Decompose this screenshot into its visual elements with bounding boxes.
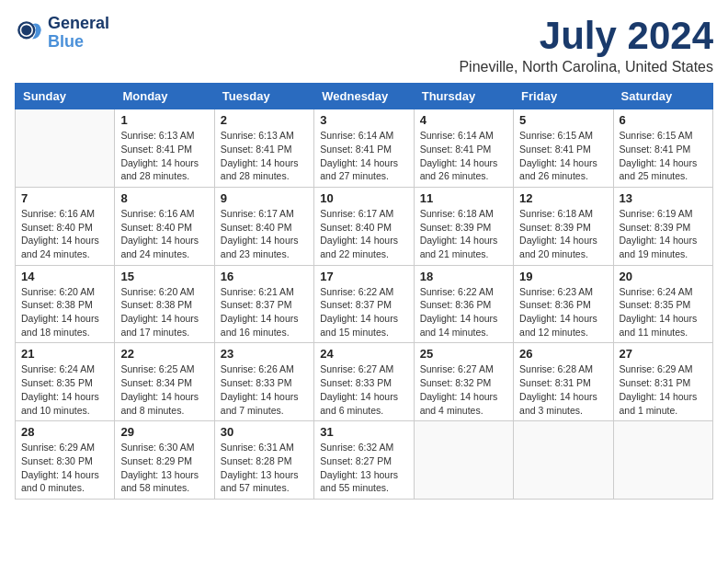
- day-cell: 13Sunrise: 6:19 AM Sunset: 8:39 PM Dayli…: [613, 187, 712, 265]
- day-number: 2: [221, 113, 308, 127]
- day-info: Sunrise: 6:18 AM Sunset: 8:39 PM Dayligh…: [519, 207, 607, 261]
- day-info: Sunrise: 6:16 AM Sunset: 8:40 PM Dayligh…: [21, 207, 108, 261]
- day-cell: 30Sunrise: 6:31 AM Sunset: 8:28 PM Dayli…: [214, 421, 313, 500]
- day-number: 4: [420, 113, 507, 127]
- day-info: Sunrise: 6:26 AM Sunset: 8:33 PM Dayligh…: [221, 362, 308, 417]
- day-cell: 10Sunrise: 6:17 AM Sunset: 8:40 PM Dayli…: [314, 187, 414, 265]
- day-number: 26: [519, 347, 607, 361]
- day-cell: 2Sunrise: 6:13 AM Sunset: 8:41 PM Daylig…: [214, 109, 313, 188]
- week-row-4: 21Sunrise: 6:24 AM Sunset: 8:35 PM Dayli…: [16, 343, 713, 421]
- day-header-monday: Monday: [115, 84, 214, 109]
- day-cell: 9Sunrise: 6:17 AM Sunset: 8:40 PM Daylig…: [214, 187, 313, 265]
- day-number: 30: [221, 425, 308, 439]
- day-number: 24: [320, 347, 407, 361]
- day-cell: 19Sunrise: 6:23 AM Sunset: 8:36 PM Dayli…: [514, 265, 613, 343]
- day-cell: 11Sunrise: 6:18 AM Sunset: 8:39 PM Dayli…: [414, 187, 513, 265]
- day-cell: 25Sunrise: 6:27 AM Sunset: 8:32 PM Dayli…: [414, 343, 513, 421]
- day-cell: 8Sunrise: 6:16 AM Sunset: 8:40 PM Daylig…: [115, 187, 214, 265]
- day-cell: 21Sunrise: 6:24 AM Sunset: 8:35 PM Dayli…: [16, 343, 115, 421]
- day-info: Sunrise: 6:24 AM Sunset: 8:35 PM Dayligh…: [620, 285, 707, 339]
- day-info: Sunrise: 6:21 AM Sunset: 8:37 PM Dayligh…: [221, 285, 308, 339]
- day-cell: 29Sunrise: 6:30 AM Sunset: 8:29 PM Dayli…: [115, 421, 214, 500]
- week-row-5: 28Sunrise: 6:29 AM Sunset: 8:30 PM Dayli…: [16, 421, 713, 500]
- day-cell: 1Sunrise: 6:13 AM Sunset: 8:41 PM Daylig…: [115, 109, 214, 188]
- day-info: Sunrise: 6:31 AM Sunset: 8:28 PM Dayligh…: [221, 441, 308, 495]
- week-row-2: 7Sunrise: 6:16 AM Sunset: 8:40 PM Daylig…: [16, 187, 713, 265]
- day-cell: 26Sunrise: 6:28 AM Sunset: 8:31 PM Dayli…: [514, 343, 613, 421]
- day-info: Sunrise: 6:29 AM Sunset: 8:31 PM Dayligh…: [620, 362, 707, 417]
- day-info: Sunrise: 6:13 AM Sunset: 8:41 PM Dayligh…: [221, 129, 308, 183]
- day-cell: 23Sunrise: 6:26 AM Sunset: 8:33 PM Dayli…: [214, 343, 313, 421]
- day-cell: 28Sunrise: 6:29 AM Sunset: 8:30 PM Dayli…: [16, 421, 115, 500]
- day-cell: 18Sunrise: 6:22 AM Sunset: 8:36 PM Dayli…: [414, 265, 513, 343]
- day-info: Sunrise: 6:22 AM Sunset: 8:36 PM Dayligh…: [420, 285, 507, 339]
- day-header-tuesday: Tuesday: [214, 84, 313, 109]
- logo-text: GeneralBlue: [48, 15, 109, 52]
- day-number: 22: [120, 347, 208, 361]
- day-cell: 12Sunrise: 6:18 AM Sunset: 8:39 PM Dayli…: [514, 187, 613, 265]
- day-number: 23: [221, 347, 308, 361]
- day-cell: 20Sunrise: 6:24 AM Sunset: 8:35 PM Dayli…: [613, 265, 712, 343]
- day-number: 27: [620, 347, 707, 361]
- day-number: 25: [420, 347, 507, 361]
- day-info: Sunrise: 6:19 AM Sunset: 8:39 PM Dayligh…: [620, 207, 707, 261]
- day-number: 3: [320, 113, 407, 127]
- week-row-3: 14Sunrise: 6:20 AM Sunset: 8:38 PM Dayli…: [16, 265, 713, 343]
- day-cell: 6Sunrise: 6:15 AM Sunset: 8:41 PM Daylig…: [613, 109, 712, 188]
- day-cell: 31Sunrise: 6:32 AM Sunset: 8:27 PM Dayli…: [314, 421, 414, 500]
- day-cell: 24Sunrise: 6:27 AM Sunset: 8:33 PM Dayli…: [314, 343, 414, 421]
- day-number: 6: [620, 113, 707, 127]
- title-area: July 2024 Pineville, North Carolina, Uni…: [459, 15, 713, 75]
- day-header-friday: Friday: [514, 84, 613, 109]
- day-header-sunday: Sunday: [16, 84, 115, 109]
- day-header-saturday: Saturday: [613, 84, 712, 109]
- day-info: Sunrise: 6:27 AM Sunset: 8:33 PM Dayligh…: [320, 362, 407, 417]
- header-row: SundayMondayTuesdayWednesdayThursdayFrid…: [16, 84, 713, 109]
- day-header-wednesday: Wednesday: [314, 84, 414, 109]
- day-cell: [514, 421, 613, 500]
- day-cell: 16Sunrise: 6:21 AM Sunset: 8:37 PM Dayli…: [214, 265, 313, 343]
- day-cell: [414, 421, 513, 500]
- day-number: 19: [519, 270, 607, 283]
- day-cell: 27Sunrise: 6:29 AM Sunset: 8:31 PM Dayli…: [613, 343, 712, 421]
- day-number: 31: [320, 425, 407, 439]
- day-number: 17: [320, 270, 407, 283]
- day-number: 28: [21, 425, 108, 439]
- day-number: 21: [21, 347, 108, 361]
- day-info: Sunrise: 6:15 AM Sunset: 8:41 PM Dayligh…: [620, 129, 707, 183]
- day-info: Sunrise: 6:28 AM Sunset: 8:31 PM Dayligh…: [519, 362, 607, 417]
- logo: GeneralBlue: [15, 15, 109, 52]
- day-info: Sunrise: 6:22 AM Sunset: 8:37 PM Dayligh…: [320, 285, 407, 339]
- day-cell: [16, 109, 115, 188]
- day-number: 18: [420, 270, 507, 283]
- day-cell: 15Sunrise: 6:20 AM Sunset: 8:38 PM Dayli…: [115, 265, 214, 343]
- day-number: 13: [620, 191, 707, 205]
- day-number: 16: [221, 270, 308, 283]
- day-number: 7: [21, 191, 108, 205]
- day-info: Sunrise: 6:23 AM Sunset: 8:36 PM Dayligh…: [519, 285, 607, 339]
- day-info: Sunrise: 6:32 AM Sunset: 8:27 PM Dayligh…: [320, 441, 407, 495]
- day-info: Sunrise: 6:29 AM Sunset: 8:30 PM Dayligh…: [21, 441, 108, 495]
- day-info: Sunrise: 6:24 AM Sunset: 8:35 PM Dayligh…: [21, 362, 108, 417]
- day-number: 29: [120, 425, 208, 439]
- day-cell: 17Sunrise: 6:22 AM Sunset: 8:37 PM Dayli…: [314, 265, 414, 343]
- location-title: Pineville, North Carolina, United States: [459, 59, 713, 75]
- day-info: Sunrise: 6:17 AM Sunset: 8:40 PM Dayligh…: [221, 207, 308, 261]
- day-number: 9: [221, 191, 308, 205]
- week-row-1: 1Sunrise: 6:13 AM Sunset: 8:41 PM Daylig…: [16, 109, 713, 188]
- day-cell: 3Sunrise: 6:14 AM Sunset: 8:41 PM Daylig…: [314, 109, 414, 188]
- calendar: SundayMondayTuesdayWednesdayThursdayFrid…: [15, 83, 713, 500]
- day-number: 10: [320, 191, 407, 205]
- day-cell: 22Sunrise: 6:25 AM Sunset: 8:34 PM Dayli…: [115, 343, 214, 421]
- day-info: Sunrise: 6:16 AM Sunset: 8:40 PM Dayligh…: [120, 207, 208, 261]
- day-number: 20: [620, 270, 707, 283]
- day-info: Sunrise: 6:18 AM Sunset: 8:39 PM Dayligh…: [420, 207, 507, 261]
- month-title: July 2024: [459, 15, 713, 57]
- day-cell: 5Sunrise: 6:15 AM Sunset: 8:41 PM Daylig…: [514, 109, 613, 188]
- day-cell: [613, 421, 712, 500]
- day-header-thursday: Thursday: [414, 84, 513, 109]
- day-info: Sunrise: 6:30 AM Sunset: 8:29 PM Dayligh…: [120, 441, 208, 495]
- logo-icon: [15, 18, 44, 48]
- day-cell: 7Sunrise: 6:16 AM Sunset: 8:40 PM Daylig…: [16, 187, 115, 265]
- day-info: Sunrise: 6:13 AM Sunset: 8:41 PM Dayligh…: [120, 129, 208, 183]
